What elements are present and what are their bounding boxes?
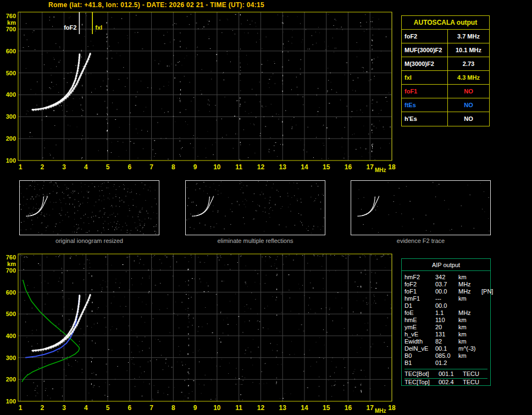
param-value: 10.1 MHz [448, 43, 489, 57]
autoscala-output-table: AUTOSCALA output foF23.7 MHzMUF(3000)F21… [401, 15, 490, 126]
y-tick-label: 200 [6, 135, 16, 142]
x-tick-label: 10 [213, 163, 221, 171]
aip-row-b0: B0085.0km [404, 352, 487, 359]
aip-value: 342 [435, 274, 458, 281]
param-label: fxI [402, 71, 448, 84]
tec-unit: TECU [463, 379, 487, 386]
y-tick-label: 100 [6, 398, 16, 405]
fxI-marker-label: fxI [95, 24, 102, 31]
aip-param: foF2 [404, 281, 435, 288]
aip-note: [PN] [481, 288, 493, 295]
y-axis-unit: km [7, 261, 16, 267]
aip-row-h-ve: h_vE131km [404, 331, 487, 338]
aip-param: foF1 [404, 288, 435, 295]
x-tick-label: 13 [279, 404, 286, 412]
x-tick-label: 5 [106, 404, 110, 412]
y-tick-label: 500 [6, 70, 16, 76]
x-tick-label: 14 [301, 163, 308, 171]
x-tick-label: 1 [19, 404, 23, 412]
x-tick-label: 1 [19, 163, 23, 171]
aip-param: hmF2 [404, 274, 435, 281]
param-value: NO [448, 98, 489, 112]
y-tick-label: 600 [6, 289, 16, 296]
aip-tec-row-2: TEC[Top]002.4TECU [404, 379, 487, 386]
thumbnail-3 [351, 180, 491, 235]
aip-value: 20 [435, 324, 458, 331]
aip-value: --- [435, 295, 458, 302]
aip-value: 00.0 [435, 302, 458, 309]
f2-trace-x-mode [46, 54, 91, 108]
thumbnail-2 [185, 180, 325, 235]
y-tick-label: 760 [6, 13, 16, 19]
x-tick-label: 8 [171, 163, 175, 171]
aip-unit: m^(-3) [458, 345, 481, 352]
param-label: foF1 [402, 85, 448, 98]
foF2-marker-label: foF2 [64, 24, 76, 31]
autoscala-row-ftes: ftEsNO [402, 98, 489, 112]
autoscala-row-fof2: foF23.7 MHz [402, 30, 489, 43]
aip-row-deln-ve: DelN_vE00.1m^(-3) [404, 345, 487, 352]
mini-trace [192, 197, 209, 217]
y-tick-label: 500 [6, 311, 16, 317]
bottom-ionogram-plot: 760700600500400300200100km12345678910111… [0, 252, 400, 415]
aip-note [481, 317, 487, 324]
x-tick-label: 9 [193, 404, 197, 412]
aip-value: 00.1 [435, 345, 458, 352]
aip-value: 110 [435, 317, 458, 324]
x-tick-label: 14 [301, 404, 308, 412]
y-tick-label: 400 [6, 91, 16, 98]
aip-note [481, 331, 487, 338]
x-tick-label: 5 [106, 163, 110, 171]
param-value: 2.73 [448, 57, 489, 70]
x-tick-label: 17 [367, 404, 374, 412]
autoscala-row-muf-3000-f2: MUF(3000)F210.1 MHz [402, 43, 489, 57]
aip-value: 82 [435, 338, 458, 345]
x-tick-label: 18 [388, 163, 396, 171]
autoscala-window: Rome (lat: +41.8, lon: 012.5) - DATE: 20… [0, 0, 532, 415]
aip-note [481, 274, 487, 281]
y-tick-label: 700 [6, 267, 16, 274]
thumbnail-caption-1: original ionogram resized [19, 237, 159, 244]
param-label: M(3000)F2 [402, 57, 448, 70]
x-tick-label: 2 [40, 404, 44, 412]
tec-param: TEC[Top] [404, 379, 439, 386]
aip-row-hme: hmE110km [404, 317, 487, 324]
aip-unit: km [458, 324, 481, 331]
y-tick-label: 100 [6, 157, 16, 164]
aip-unit: MHz [458, 281, 481, 288]
x-tick-label: 17 [367, 163, 374, 171]
thumbnail-ionogram [186, 181, 325, 235]
aip-param: hmE [404, 317, 435, 324]
aip-note [481, 309, 487, 317]
x-tick-label: 7 [149, 404, 153, 412]
station-date-title: Rome (lat: +41.8, lon: 012.5) - DATE: 20… [48, 1, 264, 9]
aip-param: h_vE [404, 331, 435, 338]
aip-unit [458, 302, 481, 309]
aip-param: ymE [404, 324, 435, 331]
param-label: ftEs [402, 98, 448, 112]
param-label: foF2 [402, 30, 448, 43]
x-tick-label: 12 [257, 163, 265, 171]
aip-unit: km [458, 352, 481, 359]
x-tick-label: 6 [128, 404, 131, 412]
aip-value: 01.2 [435, 359, 458, 367]
y-tick-label: 200 [6, 376, 16, 383]
aip-value: 1.1 [435, 309, 458, 317]
aip-note [481, 302, 487, 309]
f2-trace-o-mode [32, 54, 80, 110]
aip-table-rows: hmF2342kmfoF203.7MHzfoF100.0MHz[PN]hmF1-… [402, 271, 490, 367]
aip-note [481, 359, 487, 367]
aip-note [481, 338, 487, 345]
param-value: NO [448, 112, 489, 126]
plot-frame [18, 12, 392, 161]
param-value: 3.7 MHz [448, 30, 489, 43]
top-ionogram-plot: foF2fxI760700600500400300200100km1234567… [0, 10, 400, 175]
x-tick-label: 15 [323, 163, 330, 171]
y-tick-label: 300 [6, 113, 16, 120]
x-axis-unit: MHz [375, 408, 386, 414]
aip-row-hmf1: hmF1---km [404, 295, 487, 302]
aip-note [481, 352, 487, 359]
mini-trace [197, 196, 214, 215]
thumbnail-1 [19, 180, 159, 235]
x-tick-label: 3 [62, 404, 66, 412]
